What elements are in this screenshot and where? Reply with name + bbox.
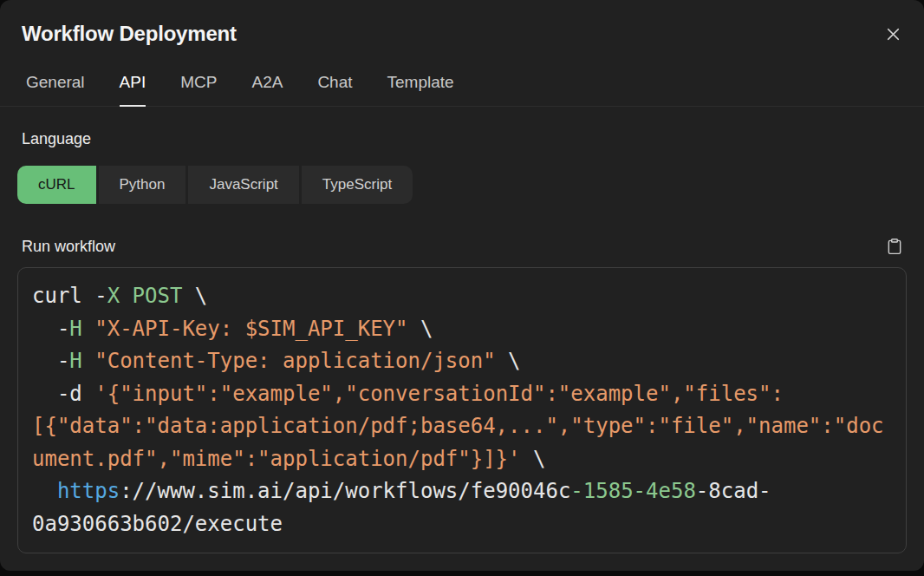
code-token: -	[32, 317, 69, 341]
language-option-typescript[interactable]: TypeScript	[302, 166, 413, 204]
code-block: curl -X POST \ -H "X-API-Key: $SIM_API_K…	[17, 267, 907, 553]
code-token: H	[69, 317, 81, 341]
tab-bar: GeneralAPIMCPA2AChatTemplate	[0, 72, 924, 107]
close-icon	[883, 24, 903, 44]
code-token: \	[496, 349, 521, 373]
code-token: X POST	[107, 284, 183, 308]
code-token: ument.pdf","mime":"application/pdf"}]}'	[32, 447, 521, 471]
code-token: curl -	[32, 284, 107, 308]
code-line: [{"data":"data:application/pdf;base64,..…	[32, 410, 892, 443]
language-label: Language	[22, 129, 907, 148]
clipboard-icon	[886, 237, 903, 256]
code-line: -d '{"input":"example","conversationId":…	[32, 378, 892, 411]
code-line: -H "X-API-Key: $SIM_API_KEY" \	[32, 313, 892, 346]
tab-mcp[interactable]: MCP	[180, 72, 217, 107]
code-token: -d	[32, 382, 94, 406]
workflow-deployment-dialog: Workflow Deployment GeneralAPIMCPA2AChat…	[0, 0, 924, 571]
code-token	[82, 317, 94, 341]
code-line: -H "Content-Type: application/json" \	[32, 345, 892, 378]
language-option-python[interactable]: Python	[99, 166, 186, 204]
dialog-header: Workflow Deployment	[17, 0, 907, 46]
language-selector: cURLPythonJavaScriptTypeScript	[17, 166, 907, 204]
code-line: 0a930663b602/execute	[32, 508, 892, 541]
code-line: ument.pdf","mime":"application/pdf"}]}' …	[32, 443, 892, 476]
code-token	[32, 479, 57, 503]
code-token: "Content-Type: application/json"	[94, 349, 495, 373]
code-token: H	[69, 349, 81, 373]
language-option-javascript[interactable]: JavaScript	[188, 166, 298, 204]
code-token: \	[408, 317, 433, 341]
code-token: "X-API-Key: $SIM_API_KEY"	[94, 317, 407, 341]
close-button[interactable]	[882, 23, 905, 46]
code-token: \	[521, 447, 546, 471]
code-token: '{"input":"example","conversationId":"ex…	[94, 382, 784, 406]
tab-api[interactable]: API	[120, 72, 146, 107]
code-line: curl -X POST \	[32, 280, 892, 313]
code-token: \	[182, 284, 207, 308]
code-token: [{"data":"data:application/pdf;base64,..…	[32, 414, 884, 438]
language-option-curl[interactable]: cURL	[17, 166, 96, 204]
run-workflow-label: Run workflow	[22, 237, 115, 256]
tab-chat[interactable]: Chat	[317, 72, 352, 107]
copy-code-button[interactable]	[886, 237, 903, 256]
tab-a2a[interactable]: A2A	[251, 72, 283, 107]
code-token: -	[32, 349, 69, 373]
code-token: -1585	[570, 479, 633, 503]
tab-general[interactable]: General	[26, 72, 85, 107]
code-token: https	[57, 479, 120, 503]
dialog-title: Workflow Deployment	[22, 21, 237, 46]
code-token: -4e58	[634, 479, 696, 503]
code-token: ://www.sim.ai/api/workflows/fe90046c	[120, 479, 570, 503]
code-token: -8cad-	[696, 479, 771, 503]
code-token: 0a930663b602/execute	[32, 512, 283, 536]
code-token	[82, 349, 94, 373]
run-workflow-row: Run workflow	[17, 237, 907, 256]
code-line: https://www.sim.ai/api/workflows/fe90046…	[32, 475, 892, 508]
tab-template[interactable]: Template	[387, 72, 454, 107]
